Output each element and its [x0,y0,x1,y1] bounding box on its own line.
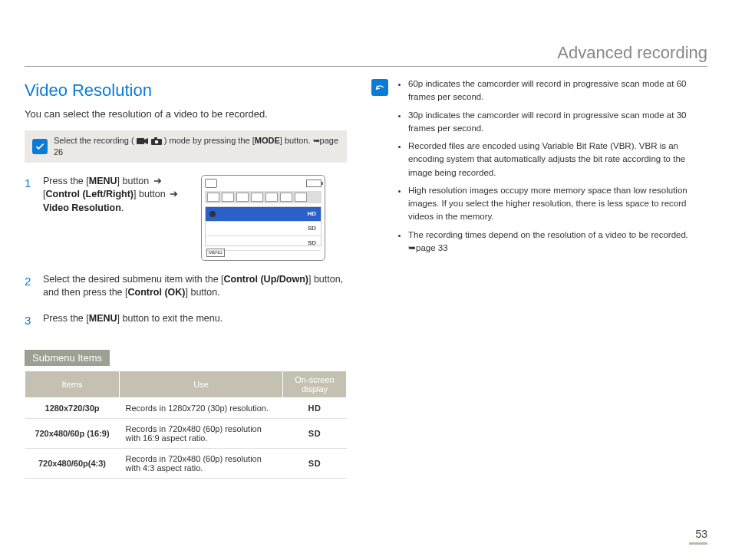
table-row: 1280x720/30p Records in 1280x720 (30p) r… [25,397,347,418]
table-row: 720x480/60p (16:9) Records in 720x480 (6… [25,418,347,448]
col-items: Items [25,371,120,397]
page-number: 53 [689,528,707,545]
lcd-illustration: HD SD SD MENU [201,175,325,261]
note-icon [371,79,388,96]
note-item: The recording times depend on the resolu… [408,229,707,255]
notes-list: 60p indicates the camcorder will record … [396,77,707,259]
svg-rect-2 [154,137,157,140]
steps-list: 1 Press the [MENU] button ➔ [Control (Le… [25,175,347,328]
manual-page: Advanced recording Video Resolution You … [0,0,732,560]
submenu-header: Submenu Items [25,350,110,366]
video-mode-icon [137,136,149,145]
note-item: 30p indicates the camcorder will record … [408,109,707,136]
menu-ribbon [205,191,321,203]
lcd-row: SD [206,222,321,236]
right-column: 60p indicates the camcorder will record … [371,77,707,479]
mode-hint-text: Select the recording ( ) mode by pressin… [54,135,339,158]
chapter-title: Advanced recording [25,43,707,67]
note-item: Recorded files are encoded using Variabl… [408,140,707,180]
section-title: Video Resolution [25,81,347,100]
note-item: High resolution images occupy more memor… [408,184,707,224]
col-use: Use [120,371,283,397]
submenu-table: Items Use On-screen display 1280x720/30p… [25,371,347,479]
battery-icon [306,180,321,187]
step-1: 1 Press the [MENU] button ➔ [Control (Le… [25,175,347,261]
left-column: Video Resolution You can select the reso… [25,77,347,479]
lcd-row-selected: HD [206,207,321,222]
col-osd: On-screen display [283,371,347,397]
check-icon [32,139,48,154]
intro-text: You can select the resolution of a video… [25,108,347,120]
note-item: 60p indicates the camcorder will record … [408,77,707,104]
step-2: 2 Select the desired submenu item with t… [25,273,347,300]
svg-point-3 [154,140,157,143]
svg-rect-0 [137,138,144,144]
camcorder-icon [205,179,217,188]
lcd-menu-label: MENU [206,249,225,256]
mode-hint-box: Select the recording ( ) mode by pressin… [25,130,347,163]
step-3: 3 Press the [MENU] button to exit the me… [25,312,347,328]
photo-mode-icon [151,136,162,145]
table-row: 720x480/60p(4:3) Records in 720x480 (60p… [25,448,347,478]
